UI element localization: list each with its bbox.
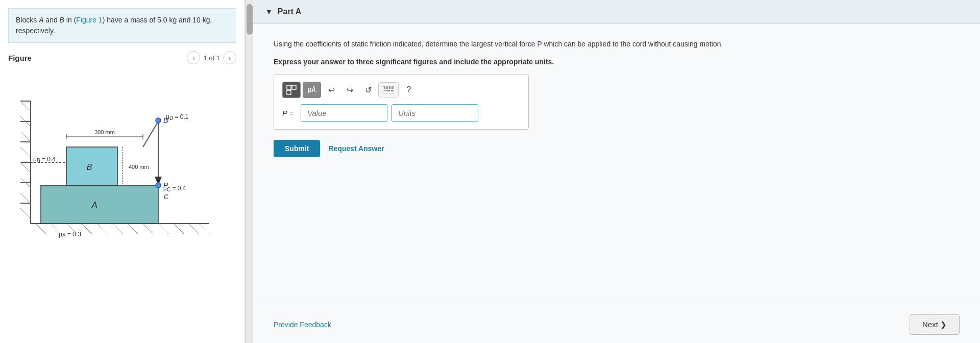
value-input[interactable]: [301, 104, 387, 122]
svg-point-40: [156, 118, 161, 123]
svg-line-21: [112, 224, 122, 234]
svg-rect-61: [391, 90, 393, 91]
figure-diagram: A B 300 mm 400 mm D P μD: [15, 76, 230, 249]
figure-nav: ‹ 1 of 1 ›: [187, 51, 236, 64]
mu-button[interactable]: μÂ: [303, 82, 321, 98]
mu-label: μÂ: [308, 86, 316, 93]
action-row: Submit Request Answer: [274, 140, 960, 157]
p-label: P =: [282, 109, 297, 117]
provide-feedback-link[interactable]: Provide Feedback: [274, 321, 331, 329]
problem-instruction: Express your answer to three significant…: [274, 58, 960, 66]
part-title: Part A: [278, 7, 302, 16]
svg-rect-60: [386, 90, 390, 91]
svg-line-25: [174, 224, 184, 234]
svg-rect-58: [391, 87, 393, 89]
svg-line-19: [82, 224, 92, 234]
part-content: Using the coefficients of static frictio…: [253, 24, 980, 306]
help-icon: ?: [407, 85, 411, 94]
svg-rect-52: [292, 85, 296, 89]
figure-count: 1 of 1: [203, 54, 220, 62]
scrollbar-thumb[interactable]: [247, 4, 253, 35]
reset-button[interactable]: ↺: [360, 82, 376, 98]
svg-text:B: B: [86, 163, 92, 172]
svg-text:A: A: [90, 200, 97, 210]
next-button[interactable]: Next ❯: [910, 314, 960, 335]
scrollbar[interactable]: [245, 0, 253, 343]
description-text: Blocks A and B in (Figure 1) have a mass…: [16, 16, 212, 35]
svg-rect-51: [287, 85, 291, 89]
svg-line-13: [20, 193, 31, 203]
svg-rect-28: [41, 185, 158, 224]
svg-text:400 mm: 400 mm: [129, 164, 149, 170]
svg-rect-59: [384, 90, 385, 91]
svg-line-27: [199, 224, 209, 234]
problem-text: Using the coefficients of static frictio…: [274, 38, 774, 50]
help-button[interactable]: ?: [401, 82, 417, 98]
left-panel: Blocks A and B in (Figure 1) have a mass…: [0, 0, 245, 343]
figure-image-container: A B 300 mm 400 mm D P μD: [8, 70, 236, 335]
request-answer-link[interactable]: Request Answer: [328, 144, 384, 153]
svg-line-39: [143, 121, 158, 147]
figure-link[interactable]: Figure 1: [76, 16, 102, 24]
figure-header: Figure ‹ 1 of 1 ›: [8, 51, 236, 64]
toolbar: μÂ ↩ ↪ ↺ ?: [282, 82, 520, 98]
svg-line-10: [20, 147, 31, 157]
right-panel: ▼ Part A Using the coefficients of stati…: [253, 0, 980, 343]
svg-line-20: [97, 224, 107, 234]
svg-line-26: [189, 224, 199, 234]
svg-line-24: [158, 224, 168, 234]
svg-text:μC = 0.4: μC = 0.4: [163, 185, 186, 192]
figure-prev-button[interactable]: ‹: [187, 51, 200, 64]
svg-text:μD = 0.1: μD = 0.1: [166, 113, 189, 121]
svg-rect-53: [287, 90, 291, 94]
svg-text:μA = 0.3: μA = 0.3: [59, 231, 81, 238]
bottom-bar: Provide Feedback Next ❯: [253, 306, 980, 343]
svg-line-11: [20, 162, 31, 173]
svg-rect-55: [384, 87, 385, 89]
figure-next-button[interactable]: ›: [223, 51, 236, 64]
svg-rect-56: [386, 87, 388, 89]
answer-box: μÂ ↩ ↪ ↺ ? P =: [274, 74, 529, 130]
svg-line-22: [128, 224, 138, 234]
input-row: P =: [282, 104, 520, 122]
svg-line-7: [20, 101, 31, 111]
svg-point-47: [156, 183, 161, 188]
reset-icon: ↺: [365, 85, 372, 95]
svg-text:300 mm: 300 mm: [94, 129, 115, 135]
problem-description: Blocks A and B in (Figure 1) have a mass…: [8, 8, 236, 43]
svg-line-16: [36, 224, 46, 234]
svg-rect-57: [389, 87, 390, 89]
svg-line-23: [143, 224, 153, 234]
undo-button[interactable]: ↩: [323, 82, 339, 98]
undo-icon: ↩: [328, 85, 335, 95]
units-input[interactable]: [391, 104, 478, 122]
svg-line-14: [20, 208, 31, 218]
matrix-button[interactable]: [282, 82, 301, 98]
figure-title: Figure: [8, 54, 32, 62]
keyboard-button[interactable]: [378, 82, 399, 97]
redo-icon: ↪: [347, 85, 353, 95]
part-header: ▼ Part A: [253, 0, 980, 24]
redo-button[interactable]: ↪: [341, 82, 358, 98]
submit-button[interactable]: Submit: [274, 140, 320, 157]
svg-line-9: [20, 132, 31, 142]
svg-text:μB = 0.4: μB = 0.4: [33, 156, 56, 163]
part-collapse-arrow[interactable]: ▼: [265, 8, 273, 16]
svg-text:C: C: [164, 193, 168, 201]
